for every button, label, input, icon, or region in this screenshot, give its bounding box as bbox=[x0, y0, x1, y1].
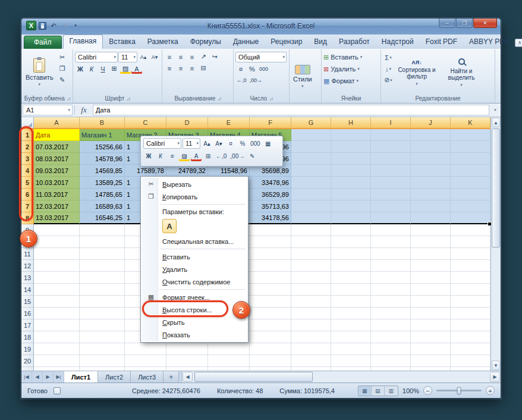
row-header-16[interactable]: 16 bbox=[21, 308, 34, 319]
menu-item-unhide[interactable]: Показать bbox=[142, 328, 247, 341]
tab-Разработ[interactable]: Разработ bbox=[333, 35, 376, 49]
column-header-D[interactable]: D bbox=[166, 117, 208, 129]
tab-Разметка[interactable]: Разметка bbox=[141, 35, 184, 49]
formula-input[interactable]: Дата bbox=[93, 105, 489, 115]
format-painter-button[interactable]: ✎ bbox=[57, 75, 68, 85]
column-header-I[interactable]: I bbox=[371, 117, 411, 129]
cell-B7[interactable]: 16589,63 bbox=[80, 200, 125, 212]
mini-increase-decimal-button[interactable]: ←,0 bbox=[215, 151, 228, 161]
tab-Вид[interactable]: Вид bbox=[308, 35, 333, 49]
underline-button[interactable]: Ч bbox=[98, 64, 108, 74]
row-header-14[interactable]: 14 bbox=[21, 284, 34, 296]
cell-A11[interactable] bbox=[34, 248, 80, 260]
row-header-19[interactable]: 19 bbox=[21, 343, 34, 355]
cell-J20[interactable] bbox=[411, 355, 451, 367]
last-sheet-icon[interactable]: ▶| bbox=[54, 371, 64, 383]
cell-A20[interactable] bbox=[34, 355, 80, 367]
cell-B18[interactable] bbox=[80, 331, 125, 343]
cell-B9[interactable] bbox=[80, 224, 125, 236]
sheet-tab-Лист1[interactable]: Лист1 bbox=[64, 371, 98, 383]
cell-G4[interactable] bbox=[291, 165, 331, 177]
italic-button[interactable]: К bbox=[86, 64, 97, 74]
cell-E20[interactable] bbox=[208, 355, 250, 367]
decrease-decimal-button[interactable]: ,00→ bbox=[249, 75, 264, 85]
shrink-font-button[interactable]: А▾ bbox=[149, 52, 160, 62]
scroll-left-icon[interactable]: ◀ bbox=[183, 372, 193, 382]
cell-J9[interactable] bbox=[411, 224, 451, 236]
cell-B2[interactable]: 15256,66 bbox=[80, 141, 125, 153]
view-page-break-button[interactable]: ▥ bbox=[385, 386, 398, 396]
cell-H13[interactable] bbox=[331, 272, 371, 284]
cell-H15[interactable] bbox=[331, 296, 371, 308]
menu-item-copy[interactable]: ❐Копировать bbox=[142, 190, 247, 203]
font-color-button[interactable]: А bbox=[131, 64, 142, 74]
cell-A15[interactable] bbox=[34, 296, 80, 308]
mini-accounting-format-button[interactable]: ¤ bbox=[225, 138, 236, 149]
cell-J8[interactable] bbox=[411, 212, 451, 224]
cell-B11[interactable] bbox=[80, 248, 125, 260]
cell-C19[interactable] bbox=[125, 343, 166, 355]
cell-J4[interactable] bbox=[411, 165, 451, 177]
cell-I17[interactable] bbox=[371, 319, 411, 331]
cell-B17[interactable] bbox=[80, 319, 125, 331]
font-size-select[interactable]: 11▾ bbox=[118, 52, 137, 62]
cell-I3[interactable] bbox=[371, 153, 411, 165]
tab-Вставка[interactable]: Вставка bbox=[103, 35, 141, 49]
horizontal-scroll-track[interactable] bbox=[193, 372, 489, 382]
cell-B8[interactable]: 16546,25 bbox=[80, 212, 125, 224]
cell-I14[interactable] bbox=[371, 284, 411, 296]
selection-fill-handle[interactable] bbox=[488, 222, 492, 226]
cell-J5[interactable] bbox=[411, 177, 451, 189]
collapse-ribbon-icon[interactable]: ∧ bbox=[515, 39, 522, 47]
cell-G15[interactable] bbox=[291, 296, 331, 308]
cell-H10[interactable] bbox=[331, 236, 371, 248]
cell-H5[interactable] bbox=[331, 177, 371, 189]
cell-G12[interactable] bbox=[291, 260, 331, 272]
cell-K7[interactable] bbox=[451, 200, 490, 212]
number-format-select[interactable]: Общий▾ bbox=[235, 52, 287, 62]
cell-G3[interactable] bbox=[291, 153, 331, 165]
align-center-button[interactable]: ≡ bbox=[175, 63, 186, 73]
format-cells-button[interactable]: ▦ Формат ▾ bbox=[323, 76, 379, 86]
next-sheet-icon[interactable]: ▶ bbox=[43, 371, 54, 383]
find-select-button[interactable]: Найти и выделить ▾ bbox=[440, 51, 483, 95]
cell-A3[interactable]: 08.03.2017 bbox=[34, 153, 80, 165]
mini-font-color-button[interactable]: А bbox=[191, 151, 202, 161]
cell-A12[interactable] bbox=[34, 260, 80, 272]
cell-K9[interactable] bbox=[451, 224, 490, 236]
cell-H20[interactable] bbox=[331, 355, 371, 367]
bold-button[interactable]: Ж bbox=[75, 64, 86, 74]
menu-item-paste-special[interactable]: Специальная вставка... bbox=[142, 235, 247, 247]
wrap-text-button[interactable]: ↪ bbox=[209, 52, 220, 62]
alignment-dialog-launcher-icon[interactable]: ◿ bbox=[218, 96, 221, 101]
sheet-tab-Лист2[interactable]: Лист2 bbox=[98, 371, 131, 383]
cell-J10[interactable] bbox=[411, 236, 451, 248]
cell-J18[interactable] bbox=[411, 331, 451, 343]
cell-A4[interactable]: 09.03.2017 bbox=[34, 165, 80, 177]
cell-G16[interactable] bbox=[291, 308, 331, 319]
sort-filter-button[interactable]: АЯ↓ Сортировка и фильтр ▾ bbox=[395, 51, 438, 95]
cell-J7[interactable] bbox=[411, 200, 451, 212]
cell-E19[interactable] bbox=[208, 343, 250, 355]
cell-H3[interactable] bbox=[331, 153, 371, 165]
zoom-slider-thumb[interactable] bbox=[457, 387, 461, 394]
cell-B3[interactable]: 14578,96 bbox=[80, 153, 125, 165]
grow-font-button[interactable]: А▴ bbox=[138, 52, 149, 62]
cell-H17[interactable] bbox=[331, 319, 371, 331]
menu-item-insert[interactable]: Вставить bbox=[142, 250, 247, 263]
cell-K6[interactable] bbox=[451, 189, 490, 200]
cell-B19[interactable] bbox=[80, 343, 125, 355]
fill-color-button[interactable]: ▨ bbox=[120, 64, 131, 74]
menu-item-cut[interactable]: ✂Вырезать bbox=[142, 178, 247, 190]
cell-D20[interactable] bbox=[166, 355, 208, 367]
cell-I4[interactable] bbox=[371, 165, 411, 177]
cut-button[interactable]: ✂ bbox=[57, 52, 68, 62]
cell-F14[interactable] bbox=[250, 284, 291, 296]
cell-G9[interactable] bbox=[291, 224, 331, 236]
cell-A19[interactable] bbox=[34, 343, 80, 355]
cell-I13[interactable] bbox=[371, 272, 411, 284]
cell-F10[interactable] bbox=[250, 236, 291, 248]
cell-K12[interactable] bbox=[451, 260, 490, 272]
cell-F18[interactable] bbox=[250, 331, 291, 343]
cell-A17[interactable] bbox=[34, 319, 80, 331]
